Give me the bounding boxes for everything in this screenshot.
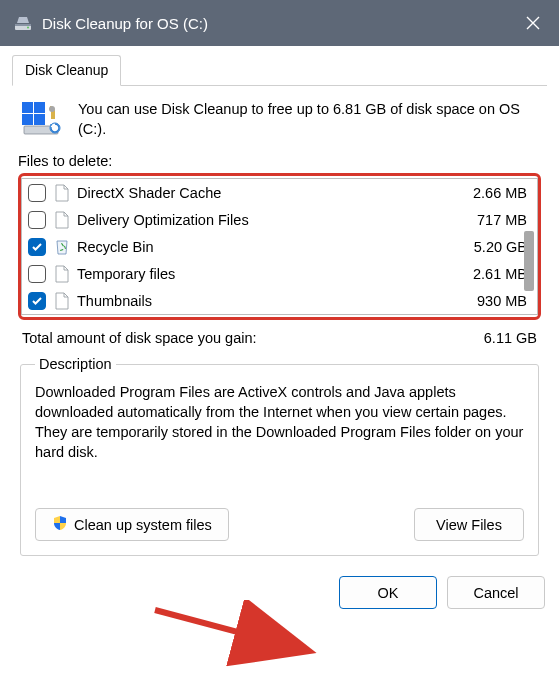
file-name: Thumbnails: [77, 293, 447, 309]
file-size: 717 MB: [447, 212, 527, 228]
svg-rect-5: [22, 114, 33, 125]
svg-rect-4: [34, 102, 45, 113]
file-name: Temporary files: [77, 266, 447, 282]
dialog-button-bar: OK Cancel: [0, 556, 559, 623]
clean-up-system-files-button[interactable]: Clean up system files: [35, 508, 229, 541]
description-text: Downloaded Program Files are ActiveX con…: [35, 382, 524, 486]
files-list-highlight: DirectX Shader Cache2.66 MBDelivery Opti…: [18, 173, 541, 320]
description-group: Description Downloaded Program Files are…: [20, 356, 539, 556]
files-list-scrollbar[interactable]: [524, 231, 534, 291]
file-checkbox[interactable]: [28, 265, 46, 283]
close-button[interactable]: [507, 0, 559, 46]
intro-text: You can use Disk Cleanup to free up to 6…: [78, 100, 537, 139]
recycle-bin-icon: [53, 237, 71, 257]
files-list[interactable]: DirectX Shader Cache2.66 MBDelivery Opti…: [22, 179, 537, 314]
files-to-delete-label: Files to delete:: [12, 153, 547, 173]
tab-strip: Disk Cleanup: [12, 54, 547, 86]
tab-disk-cleanup[interactable]: Disk Cleanup: [12, 55, 121, 86]
view-files-button[interactable]: View Files: [414, 508, 524, 541]
file-checkbox[interactable]: [28, 238, 46, 256]
title-bar: Disk Cleanup for OS (C:): [0, 0, 559, 46]
svg-rect-3: [22, 102, 33, 113]
ok-label: OK: [378, 585, 399, 601]
file-list-row[interactable]: Thumbnails930 MB: [22, 287, 537, 314]
file-icon: [53, 210, 71, 230]
svg-rect-8: [49, 106, 55, 112]
description-legend: Description: [35, 356, 116, 372]
total-gain-value: 6.11 GB: [484, 330, 537, 346]
svg-rect-1: [15, 24, 31, 26]
file-icon: [53, 291, 71, 311]
cancel-label: Cancel: [473, 585, 518, 601]
file-list-row[interactable]: Delivery Optimization Files717 MB: [22, 206, 537, 233]
file-size: 5.20 GB: [447, 239, 527, 255]
file-size: 2.66 MB: [447, 185, 527, 201]
disk-cleanup-large-icon: [22, 100, 64, 136]
file-name: DirectX Shader Cache: [77, 185, 447, 201]
file-list-row[interactable]: Temporary files2.61 MB: [22, 260, 537, 287]
file-icon: [53, 183, 71, 203]
disk-cleanup-title-icon: [14, 14, 32, 32]
file-checkbox[interactable]: [28, 184, 46, 202]
cancel-button[interactable]: Cancel: [447, 576, 545, 609]
file-name: Delivery Optimization Files: [77, 212, 447, 228]
file-list-row[interactable]: Recycle Bin5.20 GB: [22, 233, 537, 260]
file-icon: [53, 264, 71, 284]
clean-up-system-files-label: Clean up system files: [74, 517, 212, 533]
svg-point-2: [27, 27, 29, 29]
total-gain-label: Total amount of disk space you gain:: [22, 330, 484, 346]
ok-button[interactable]: OK: [339, 576, 437, 609]
file-checkbox[interactable]: [28, 292, 46, 310]
window-title: Disk Cleanup for OS (C:): [42, 15, 507, 32]
file-list-row[interactable]: DirectX Shader Cache2.66 MB: [22, 179, 537, 206]
view-files-label: View Files: [436, 517, 502, 533]
uac-shield-icon: [52, 515, 68, 534]
file-name: Recycle Bin: [77, 239, 447, 255]
file-checkbox[interactable]: [28, 211, 46, 229]
svg-rect-6: [34, 114, 45, 125]
file-size: 930 MB: [447, 293, 527, 309]
file-size: 2.61 MB: [447, 266, 527, 282]
